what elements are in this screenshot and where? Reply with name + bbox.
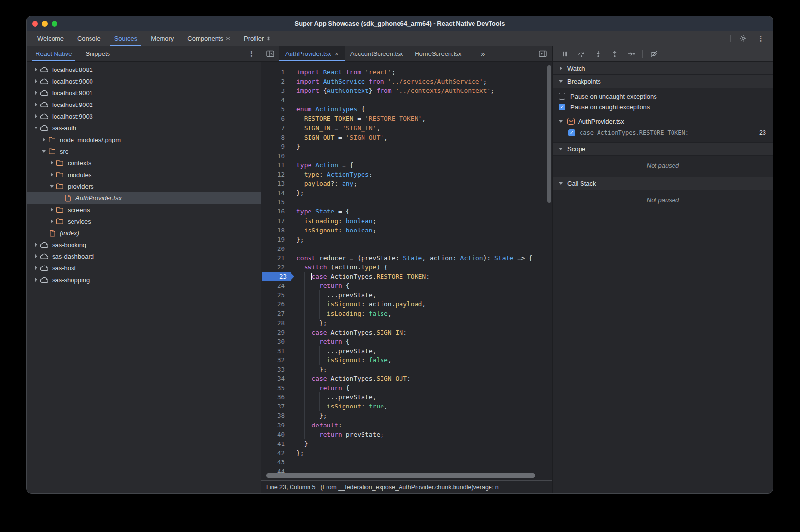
code-line-2[interactable]: import AuthService from '../services/Aut… [291, 77, 552, 86]
gutter-line-38[interactable]: 38 [261, 411, 291, 420]
gutter-line-36[interactable]: 36 [261, 392, 291, 402]
zoom-window-button[interactable] [52, 21, 57, 27]
gutter-line-1[interactable]: 1 [261, 68, 291, 77]
gutter-line-4[interactable]: 4 [261, 95, 291, 105]
tree-item-sas-host[interactable]: sas-host [27, 262, 261, 274]
gutter-line-40[interactable]: 40 [261, 430, 291, 439]
call-stack-section-header[interactable]: Call Stack [553, 177, 773, 190]
gutter-line-37[interactable]: 37 [261, 402, 291, 411]
tree-item-localhost-9001[interactable]: localhost:9001 [27, 87, 261, 99]
code-line-12[interactable]: type: ActionTypes; [291, 170, 552, 179]
code-line-4[interactable] [291, 95, 552, 105]
editor-tab-accountscreen-tsx[interactable]: AccountScreen.tsx [345, 46, 409, 61]
gutter-line-32[interactable]: 32 [261, 355, 291, 365]
code-line-31[interactable]: ...prevState, [291, 346, 552, 355]
tab-profiler[interactable]: Profiler [237, 31, 277, 46]
gutter-line-43[interactable]: 43 [261, 458, 291, 467]
gutter-line-29[interactable]: 29 [261, 328, 291, 337]
gutter-line-39[interactable]: 39 [261, 421, 291, 430]
gutter-line-34[interactable]: 34 [261, 374, 291, 383]
gutter-line-22[interactable]: 22 [261, 263, 291, 272]
code-line-43[interactable] [291, 458, 552, 467]
tree-item-screens[interactable]: screens [27, 204, 261, 215]
tree-item-node-modules-pnpm[interactable]: node_modules/.pnpm [27, 134, 261, 145]
tree-item-index[interactable]: (index) [27, 227, 261, 239]
code-line-8[interactable]: SIGN_OUT = 'SIGN_OUT', [291, 133, 552, 142]
tree-item-authprovider-tsx[interactable]: AuthProvider.tsx [27, 192, 261, 204]
tree-item-localhost-8081[interactable]: localhost:8081 [27, 64, 261, 75]
gutter-line-10[interactable]: 10 [261, 151, 291, 160]
gutter-line-23[interactable]: 23 [261, 272, 291, 281]
tab-memory[interactable]: Memory [144, 31, 181, 46]
editor-vertical-scrollbar[interactable] [547, 65, 551, 203]
step-out-button[interactable] [609, 49, 620, 59]
navigator-more-options-button[interactable]: ⋮ [242, 50, 261, 57]
gutter-line-26[interactable]: 26 [261, 300, 291, 309]
source-bundle-link[interactable]: __federation_expose_AuthProvider.chunk.b… [338, 484, 471, 491]
close-window-button[interactable] [32, 21, 38, 27]
tree-item-localhost-9003[interactable]: localhost:9003 [27, 110, 261, 122]
code-line-3[interactable]: import {AuthContext} from '../contexts/A… [291, 86, 552, 95]
tree-item-services[interactable]: services [27, 215, 261, 227]
pause-exceptions-row[interactable]: Pause on caught exceptions [553, 102, 773, 112]
gutter-line-16[interactable]: 16 [261, 207, 291, 216]
gutter-line-5[interactable]: 5 [261, 105, 291, 114]
code-line-42[interactable]: }; [291, 448, 552, 458]
navigator-tab-react-native[interactable]: React Native [29, 46, 78, 61]
code-line-37[interactable]: isSignout: true, [291, 402, 552, 411]
gutter-line-30[interactable]: 30 [261, 337, 291, 346]
code-line-5[interactable]: enum ActionTypes { [291, 105, 552, 114]
gutter-line-24[interactable]: 24 [261, 281, 291, 290]
tree-item-localhost-9000[interactable]: localhost:9000 [27, 75, 261, 87]
code-line-14[interactable]: }; [291, 188, 552, 197]
gutter-line-2[interactable]: 2 [261, 77, 291, 86]
code-line-34[interactable]: case ActionTypes.SIGN_OUT: [291, 374, 552, 383]
code-line-30[interactable]: return { [291, 337, 552, 346]
checkbox-pause-on-caught-exceptions[interactable] [559, 104, 565, 110]
navigator-tab-snippets[interactable]: Snippets [78, 46, 117, 61]
gutter-line-18[interactable]: 18 [261, 226, 291, 235]
code-line-41[interactable]: } [291, 439, 552, 448]
pause-script-button[interactable] [560, 49, 570, 59]
gutter-line-41[interactable]: 41 [261, 439, 291, 448]
gutter-line-8[interactable]: 8 [261, 133, 291, 142]
code-line-26[interactable]: isSignout: action.payload, [291, 300, 552, 309]
code-line-13[interactable]: payload?: any; [291, 179, 552, 188]
tab-console[interactable]: Console [71, 31, 108, 46]
tree-item-sas-auth[interactable]: sas-auth [27, 122, 261, 134]
breakpoint-file-group[interactable]: <> AuthProvider.tsx [553, 115, 773, 127]
tab-sources[interactable]: Sources [108, 31, 145, 46]
breakpoint-entry[interactable]: case ActionTypes.RESTORE_TOKEN: 23 [553, 127, 773, 139]
tree-item-sas-shopping[interactable]: sas-shopping [27, 274, 261, 285]
more-editor-tabs-button[interactable]: » [478, 46, 488, 61]
collapse-navigator-button[interactable] [261, 46, 279, 61]
code-line-17[interactable]: isLoading: boolean; [291, 216, 552, 226]
tree-item-sas-dashboard[interactable]: sas-dashboard [27, 250, 261, 262]
pause-exceptions-row[interactable]: Pause on uncaught exceptions [553, 91, 773, 102]
close-tab-icon[interactable]: × [335, 51, 339, 57]
step-into-button[interactable] [593, 49, 603, 59]
deactivate-breakpoints-button[interactable] [649, 49, 659, 59]
gutter-line-17[interactable]: 17 [261, 216, 291, 226]
step-over-button[interactable] [576, 49, 587, 59]
code-line-15[interactable] [291, 197, 552, 207]
tree-item-src[interactable]: src [27, 145, 261, 157]
code-line-24[interactable]: return { [291, 281, 552, 290]
code-line-22[interactable]: switch (action.type) { [291, 263, 552, 272]
code-line-32[interactable]: isSignout: false, [291, 355, 552, 365]
breakpoint-marker[interactable]: 23 [262, 272, 294, 281]
breakpoint-enabled-checkbox[interactable] [568, 129, 575, 136]
gutter-line-35[interactable]: 35 [261, 383, 291, 392]
code-line-28[interactable]: }; [291, 319, 552, 328]
editor-horizontal-scrollbar[interactable] [266, 473, 535, 478]
code-line-10[interactable] [291, 151, 552, 160]
code-line-33[interactable]: }; [291, 365, 552, 374]
gutter-line-13[interactable]: 13 [261, 179, 291, 188]
code-line-39[interactable]: default: [291, 421, 552, 430]
code-line-18[interactable]: isSignout: boolean; [291, 226, 552, 235]
toggle-debugger-sidebar-button[interactable] [533, 46, 552, 61]
code-line-36[interactable]: ...prevState, [291, 392, 552, 402]
gutter-line-33[interactable]: 33 [261, 365, 291, 374]
tab-welcome[interactable]: Welcome [31, 31, 71, 46]
gutter-line-3[interactable]: 3 [261, 86, 291, 95]
